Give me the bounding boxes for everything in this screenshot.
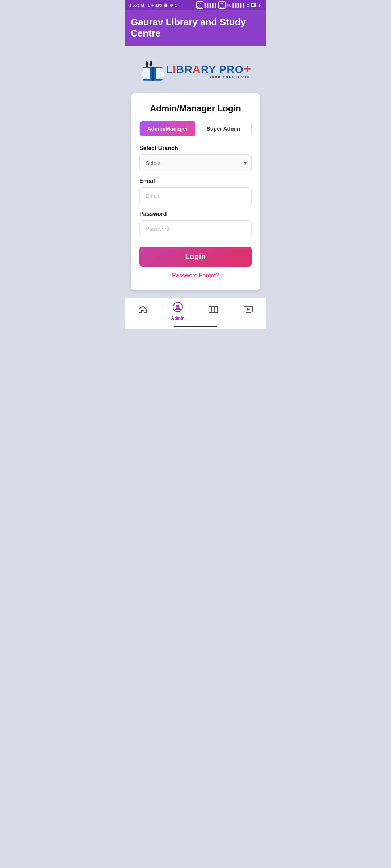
volte-icon: VoLTE	[196, 1, 203, 9]
app-title: Gaurav Library and Study Centre	[131, 17, 260, 39]
logo-text: LIBRARY PRO+ BOOK YOUR SPACE	[166, 62, 251, 79]
battery-indicator: 18	[251, 3, 256, 7]
svg-rect-5	[212, 306, 215, 313]
svg-point-3	[176, 305, 179, 307]
time: 1:55 PM	[129, 3, 144, 7]
volte-icon-2: VoLTE	[218, 1, 226, 9]
logo-main-text: LIBRARY PRO+	[166, 62, 251, 76]
login-title: Admin/Manager Login	[139, 103, 252, 114]
logo-pro-text: PRO+	[219, 62, 251, 76]
network-type: 4G	[227, 3, 231, 7]
home-indicator-bar	[174, 326, 217, 327]
logo-container: LIBRARY PRO+ BOOK YOUR SPACE	[140, 57, 251, 83]
separator: |	[146, 3, 147, 7]
nav-books[interactable]	[202, 305, 224, 318]
admin-icon	[172, 302, 183, 315]
threads-icon-1: ⊕	[170, 3, 173, 8]
nav-admin[interactable]: Admin	[167, 302, 189, 321]
forgot-password-link[interactable]: Password Forgot?	[139, 272, 252, 279]
books-icon	[208, 305, 218, 316]
logo-lib-text: LIBRARY	[166, 63, 216, 76]
alarm-icon: ⏰	[163, 3, 168, 8]
admin-nav-label: Admin	[171, 316, 185, 321]
login-button[interactable]: Login	[139, 247, 252, 267]
nav-home[interactable]	[132, 305, 154, 318]
svg-rect-4	[209, 306, 212, 313]
select-wrapper: Select ▾	[139, 154, 252, 171]
tab-admin-manager[interactable]: Admin/Manager	[140, 121, 196, 136]
home-icon	[138, 305, 147, 316]
main-content: LIBRARY PRO+ BOOK YOUR SPACE Admin/Manag…	[125, 46, 266, 298]
svg-marker-10	[247, 308, 251, 311]
branch-select[interactable]: Select	[139, 154, 252, 171]
nav-video[interactable]	[237, 305, 259, 318]
password-input[interactable]	[139, 220, 252, 237]
home-indicator	[125, 324, 266, 329]
email-input[interactable]	[139, 187, 252, 204]
bottom-navigation: Admin	[125, 298, 266, 324]
app-header: Gaurav Library and Study Centre	[125, 10, 266, 46]
threads-icon-2: ⊕	[175, 3, 178, 8]
network-speed: 0.4KB/s	[148, 3, 162, 7]
logo-subtitle: BOOK YOUR SPACE	[166, 75, 251, 79]
svg-rect-1	[152, 67, 154, 81]
tab-switcher: Admin/Manager Super Admin	[139, 121, 252, 136]
svg-rect-6	[215, 306, 218, 313]
tab-super-admin[interactable]: Super Admin	[196, 121, 251, 136]
email-group: Email	[139, 178, 252, 204]
video-icon	[243, 305, 253, 316]
login-card: Admin/Manager Login Admin/Manager Super …	[131, 93, 260, 290]
password-label: Password	[139, 211, 252, 217]
select-branch-group: Select Branch Select ▾	[139, 145, 252, 171]
email-label: Email	[139, 178, 252, 184]
status-right: VoLTE ▌▌▌▌▌ VoLTE 4G ▌▌▌▌▌ ⊙ 18 ⚡	[196, 1, 262, 9]
headphone-icon: ⊙	[247, 3, 249, 7]
library-pro-book-icon	[140, 57, 166, 83]
status-bar: 1:55 PM | 0.4KB/s ⏰ ⊕ ⊕ VoLTE ▌▌▌▌▌ VoLT…	[125, 0, 266, 10]
signal-bars-1: ▌▌▌▌▌	[205, 3, 217, 7]
charging-icon: ⚡	[257, 3, 262, 7]
status-left: 1:55 PM | 0.4KB/s ⏰ ⊕ ⊕	[129, 3, 178, 8]
password-group: Password	[139, 211, 252, 237]
select-branch-label: Select Branch	[139, 145, 252, 152]
signal-bars-2: ▌▌▌▌▌	[233, 3, 245, 7]
